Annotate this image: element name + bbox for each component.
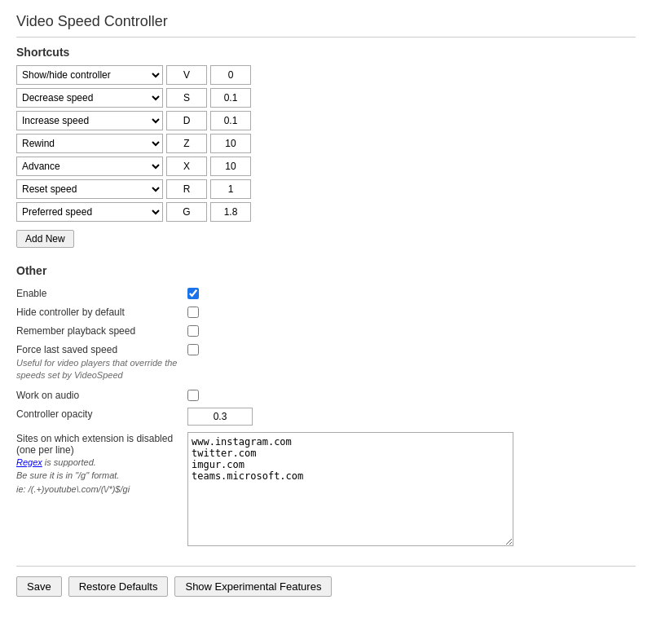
shortcut-value-input[interactable]: [210, 88, 251, 108]
shortcut-row: Show/hide controllerDecrease speedIncrea…: [16, 65, 636, 85]
shortcut-row: Show/hide controllerDecrease speedIncrea…: [16, 179, 636, 199]
regex-link[interactable]: Regex: [16, 457, 42, 467]
opacity-label: Controller opacity: [16, 408, 187, 420]
enable-checkbox[interactable]: [187, 288, 199, 299]
opacity-row: Controller opacity 0.3: [16, 404, 636, 429]
disabled-sites-label: Sites on which extension is disabled (on…: [16, 433, 173, 456]
save-button[interactable]: Save: [16, 576, 62, 597]
shortcuts-section-title: Shortcuts: [16, 46, 636, 59]
disabled-sites-row: Sites on which extension is disabled (on…: [16, 429, 636, 549]
shortcut-value-input[interactable]: [210, 111, 251, 130]
shortcut-key-input[interactable]: [166, 134, 207, 153]
shortcut-key-input[interactable]: [166, 65, 207, 85]
regex-note: Regex is supported. Be sure it is in "/g…: [16, 457, 130, 494]
hide-controller-checkbox[interactable]: [187, 307, 199, 318]
force-speed-row: Force last saved speed Useful for video …: [16, 340, 636, 386]
shortcut-action-select[interactable]: Show/hide controllerDecrease speedIncrea…: [16, 65, 163, 85]
force-speed-checkbox[interactable]: [187, 344, 199, 355]
shortcut-row: Show/hide controllerDecrease speedIncrea…: [16, 134, 636, 153]
other-section-title: Other: [16, 264, 636, 277]
shortcut-value-input[interactable]: [210, 134, 251, 153]
shortcut-key-input[interactable]: [166, 111, 207, 130]
shortcut-value-input[interactable]: [210, 157, 251, 176]
shortcut-row: Show/hide controllerDecrease speedIncrea…: [16, 157, 636, 176]
shortcut-value-input[interactable]: [210, 179, 251, 199]
remember-speed-row: Remember playback speed: [16, 321, 636, 340]
shortcuts-section: Shortcuts Show/hide controllerDecrease s…: [16, 46, 636, 248]
shortcut-value-input[interactable]: [210, 202, 251, 222]
work-audio-label: Work on audio: [16, 389, 187, 401]
remember-speed-checkbox[interactable]: [187, 325, 199, 337]
work-audio-checkbox[interactable]: [187, 390, 199, 401]
disabled-sites-textarea[interactable]: www.instagram.com twitter.com imgur.com …: [187, 432, 513, 546]
hide-controller-label: Hide controller by default: [16, 306, 187, 318]
opacity-input[interactable]: 0.3: [187, 408, 253, 426]
force-speed-label: Force last saved speed Useful for video …: [16, 343, 187, 382]
enable-label: Enable: [16, 287, 187, 299]
enable-row: Enable: [16, 284, 636, 302]
footer: Save Restore Defaults Show Experimental …: [16, 566, 636, 597]
shortcut-key-input[interactable]: [166, 179, 207, 199]
shortcut-value-input[interactable]: [210, 65, 251, 85]
shortcut-action-select[interactable]: Show/hide controllerDecrease speedIncrea…: [16, 202, 163, 222]
shortcut-action-select[interactable]: Show/hide controllerDecrease speedIncrea…: [16, 134, 163, 153]
shortcut-action-select[interactable]: Show/hide controllerDecrease speedIncrea…: [16, 111, 163, 130]
shortcut-action-select[interactable]: Show/hide controllerDecrease speedIncrea…: [16, 179, 163, 199]
remember-speed-label: Remember playback speed: [16, 324, 187, 337]
other-section: Other Enable Hide controller by default …: [16, 264, 636, 549]
add-new-button[interactable]: Add New: [16, 230, 74, 248]
shortcut-row: Show/hide controllerDecrease speedIncrea…: [16, 202, 636, 222]
hide-controller-row: Hide controller by default: [16, 302, 636, 321]
shortcut-key-input[interactable]: [166, 157, 207, 176]
shortcut-row: Show/hide controllerDecrease speedIncrea…: [16, 111, 636, 130]
page-title: Video Speed Controller: [16, 13, 636, 37]
shortcut-action-select[interactable]: Show/hide controllerDecrease speedIncrea…: [16, 88, 163, 108]
work-audio-row: Work on audio: [16, 386, 636, 404]
shortcut-action-select[interactable]: Show/hide controllerDecrease speedIncrea…: [16, 157, 163, 176]
shortcut-key-input[interactable]: [166, 88, 207, 108]
restore-defaults-button[interactable]: Restore Defaults: [68, 576, 169, 597]
shortcut-key-input[interactable]: [166, 202, 207, 222]
shortcut-row: Show/hide controllerDecrease speedIncrea…: [16, 88, 636, 108]
show-experimental-button[interactable]: Show Experimental Features: [174, 576, 332, 597]
force-speed-sub: Useful for video players that override t…: [16, 357, 187, 382]
shortcuts-rows: Show/hide controllerDecrease speedIncrea…: [16, 65, 636, 222]
